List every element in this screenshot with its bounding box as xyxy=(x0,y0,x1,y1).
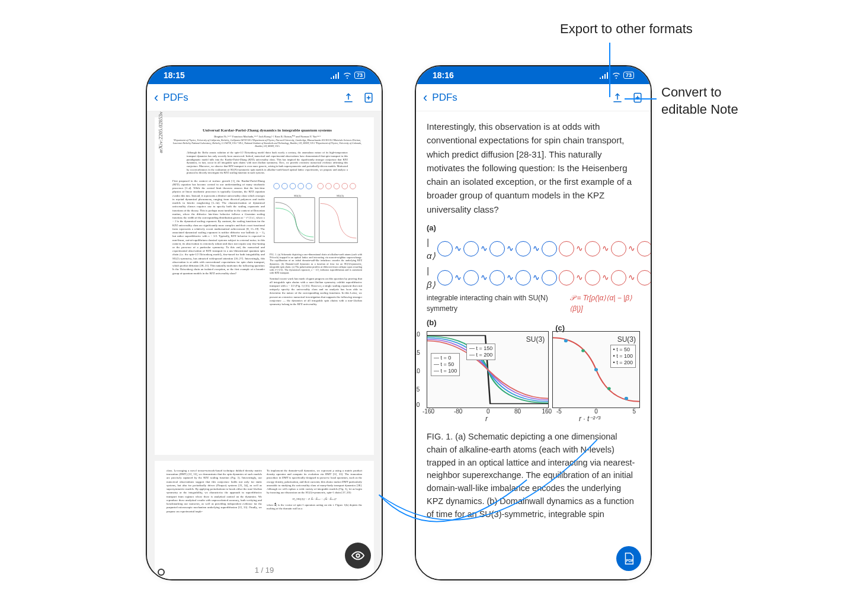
status-time: 18:16 xyxy=(433,70,454,80)
back-label: PDFs xyxy=(163,92,188,104)
svg-text:SU(3): SU(3) xyxy=(294,194,301,197)
svg-point-6 xyxy=(318,183,324,189)
view-mode-fab[interactable] xyxy=(345,543,371,569)
signal-icon xyxy=(331,72,340,79)
figure-1-thumb: SU(3) SU(3) xyxy=(270,179,362,251)
back-button[interactable]: ‹ PDFs xyxy=(154,90,343,105)
svg-point-9 xyxy=(342,183,348,189)
svg-text:SU(3): SU(3) xyxy=(337,194,344,197)
svg-point-3 xyxy=(290,183,296,189)
chain-caption: integrable interacting chain with SU(N) … xyxy=(427,293,569,315)
svg-text:PDF: PDF xyxy=(626,559,633,563)
chevron-left-icon: ‹ xyxy=(423,90,427,105)
battery-icon: 73 xyxy=(354,72,365,79)
paper-title: Universal Kardar-Parisi-Zhang dynamics i… xyxy=(172,128,362,133)
chevron-left-icon: ‹ xyxy=(154,90,158,105)
back-label: PDFs xyxy=(432,92,457,104)
svg-rect-12 xyxy=(319,198,357,243)
home-indicator xyxy=(158,569,165,576)
hamiltonian-equation: H_{SU(3)} = Σ S̄ᵢ · S̄ᵢ₊₁ + (S̄ᵢ · S̄ᵢ₊₁… xyxy=(267,498,362,501)
wifi-icon xyxy=(343,72,352,79)
status-bar: 18:15 73 xyxy=(147,66,382,84)
eye-icon xyxy=(351,549,364,562)
annotation-line-export xyxy=(609,43,610,97)
pdf-page-2: class. Leveraging a novel tensor-network… xyxy=(155,461,374,579)
paper-abstract: Although the Bethe ansatz solution of th… xyxy=(187,151,348,174)
status-bar: 18:16 73 xyxy=(416,66,651,84)
svg-point-23 xyxy=(594,368,598,371)
figure-label-a: (a) xyxy=(427,222,436,234)
phone-note-view: 18:16 73 ‹ PDFs Interestingly, this obse… xyxy=(415,65,652,580)
convert-to-note-icon[interactable] xyxy=(363,92,375,104)
status-icons: 73 xyxy=(331,72,365,79)
figure-label-b: (b) xyxy=(427,317,437,329)
pdf-page-1: arXiv:2205.02853v1 [quant-ph] 5 May 2022… xyxy=(155,117,374,455)
svg-point-18 xyxy=(581,349,585,352)
plot-b: 1.0 0.5 0.0 -0.5 -1.0 q(r, t)/μ SU(3) xyxy=(427,331,549,408)
page2-col-left: class. Leveraging a novel tensor-network… xyxy=(167,469,262,514)
svg-point-4 xyxy=(298,183,304,189)
svg-point-20 xyxy=(607,387,611,390)
phone-pdf-view: 18:15 73 ‹ PDFs arXiv:2205.02853v1 [quan… xyxy=(146,65,383,580)
column-right: SU(3) SU(3) FIG. 1. (a) Schematic depict… xyxy=(270,179,362,307)
topbar: ‹ PDFs xyxy=(416,84,651,111)
pdf-viewer[interactable]: arXiv:2205.02853v1 [quant-ph] 5 May 2022… xyxy=(147,111,382,579)
note-content[interactable]: Interestingly, this observation is at od… xyxy=(416,111,651,579)
figure-1: (a) |α⟩ ∿∿∿∿ ∿∿∿∿ |β⟩ ∿∿∿∿ ∿∿∿∿ integrab… xyxy=(427,222,640,408)
chain-beta: |β⟩ ∿∿∿∿ ∿∿∿∿ xyxy=(427,264,640,291)
convert-to-note-icon[interactable] xyxy=(632,92,644,104)
figure-1-caption: FIG. 1. (a) Schematic depicting a one-di… xyxy=(270,253,362,275)
export-icon[interactable] xyxy=(343,92,354,104)
svg-point-24 xyxy=(625,397,628,400)
plot-c: (c) SU(3) • t = 50 • t = 100 • t = 200 xyxy=(552,331,640,408)
svg-point-1 xyxy=(274,183,280,189)
annotation-line-convert xyxy=(625,98,657,100)
chain-alpha: |α⟩ ∿∿∿∿ ∿∿∿∿ xyxy=(427,235,640,263)
pdf-file-icon: PDF xyxy=(622,552,635,565)
column-right-body: Seminal recent work has made elegant pro… xyxy=(270,277,362,307)
back-button[interactable]: ‹ PDFs xyxy=(423,90,612,105)
arxiv-id: arXiv:2205.02853v1 [quant-ph] 5 May 2022 xyxy=(158,111,164,194)
column-left: First proposed in the context of surface… xyxy=(172,179,265,307)
topbar: ‹ PDFs xyxy=(147,84,382,111)
wifi-icon xyxy=(612,72,621,79)
svg-point-10 xyxy=(350,183,356,189)
svg-point-5 xyxy=(306,183,312,189)
paper-authors: Bingtian Ye,¹·²·* Francisco Machado,¹·³·… xyxy=(172,135,362,138)
figure-label-c: (c) xyxy=(555,322,565,334)
svg-point-8 xyxy=(334,183,340,189)
annotation-export: Export to other formats xyxy=(560,21,693,37)
signal-icon xyxy=(600,72,609,79)
export-icon[interactable] xyxy=(612,92,623,104)
figure-1-caption: FIG. 1. (a) Schematic depicting a one di… xyxy=(427,431,640,521)
svg-point-22 xyxy=(564,339,568,342)
paper-affiliations: ¹Department of Physics, University of Ca… xyxy=(172,139,362,147)
svg-rect-11 xyxy=(274,198,315,243)
svg-point-7 xyxy=(326,183,332,189)
polarization-equation: 𝒫 = Tr[ρ(|α⟩⟨α| − |β⟩⟨β|)] xyxy=(569,293,640,315)
svg-point-2 xyxy=(281,183,287,189)
ylabel: q(r, t)/μ xyxy=(416,364,417,387)
svg-point-15 xyxy=(356,554,360,557)
page-counter: 1 / 19 xyxy=(147,566,382,575)
pdf-mode-fab[interactable]: PDF xyxy=(616,546,641,571)
annotation-convert: Convert to editable Note xyxy=(661,84,750,118)
status-icons: 73 xyxy=(600,72,634,79)
paragraph-body: Interestingly, this observation is at od… xyxy=(427,120,640,216)
battery-icon: 73 xyxy=(623,72,634,79)
page2-col-right: To implement the domain-wall dynamics, w… xyxy=(267,469,362,514)
status-time: 18:15 xyxy=(164,70,185,80)
